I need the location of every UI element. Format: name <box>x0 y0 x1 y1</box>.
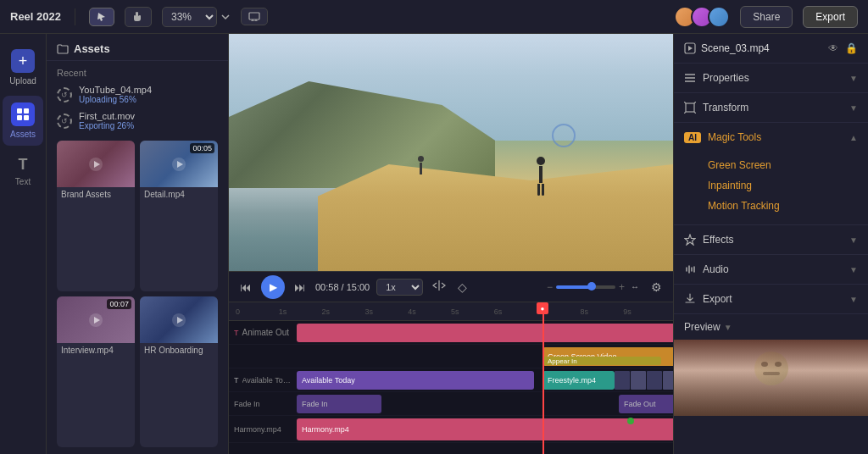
zoom-select[interactable]: 33%50%75%100% <box>162 7 217 27</box>
file-name: Scene_03.mp4 <box>701 42 770 54</box>
magic-tools-items: Green Screen Inpainting Motion Tracking <box>674 152 868 224</box>
clip-appear-in[interactable]: Appear In <box>542 357 661 365</box>
asset-grid: Brand Assets 00:05 Detail.mp4 00:07 Inte… <box>47 134 228 454</box>
asset-thumb-interview[interactable]: 00:07 Interview.mp4 <box>57 296 135 447</box>
center-panel: ⏮ ▶ ⏭ 00:58 / 15:00 1x0.5x2x ◇ − + ↔ <box>229 34 673 454</box>
svg-rect-2 <box>24 108 29 114</box>
track-fade: Fade In Fade In Fade Out <box>229 392 673 416</box>
track-available-today: T Available Today Available Today Freest… <box>229 368 673 392</box>
sidebar-item-upload[interactable]: + Upload <box>3 42 43 92</box>
recent-label: Recent <box>47 61 228 81</box>
effects-chevron: ▼ <box>849 235 858 245</box>
share-button[interactable]: Share <box>740 6 793 28</box>
folder-icon <box>57 43 69 55</box>
preview-face <box>674 340 868 416</box>
section-effects-header[interactable]: Effects ▼ <box>674 225 868 254</box>
clip-freestyle[interactable]: Freestyle.mp4 <box>542 371 615 390</box>
monitor-button[interactable] <box>241 8 268 25</box>
ruler-marks: 0 1s 2s 3s 4s 5s 6s 7s 8s 9s <box>236 307 666 316</box>
track-content-available-today[interactable]: Available Today Freestyle.mp4 <box>297 368 673 391</box>
magic-item-motion-tracking[interactable]: Motion Tracking <box>708 196 858 216</box>
track-content-animate-mp4[interactable]: Animate.mp4 <box>297 443 673 454</box>
assets-icon <box>11 102 35 126</box>
fit-button[interactable]: ↔ <box>628 280 642 294</box>
asset-label-brand: Brand Assets <box>57 187 135 202</box>
export-button[interactable]: Export <box>803 6 858 28</box>
time-display: 00:58 / 15:00 <box>315 282 370 292</box>
magic-tools-label: Magic Tools <box>708 131 761 143</box>
track-content-green-screen[interactable]: Green Screen Video Appear In <box>297 345 673 368</box>
timeline-tracks: T Animate Out Green Screen Video Appear … <box>229 321 673 454</box>
section-transform-header[interactable]: Transform ▼ <box>674 93 868 122</box>
preview-label[interactable]: Preview ▼ <box>674 314 868 340</box>
section-export-header[interactable]: Export ▼ <box>674 285 868 313</box>
asset-thumb-hr[interactable]: HR Onboarding <box>140 296 218 447</box>
track-green-screen: Green Screen Video Appear In <box>229 345 673 368</box>
avatar-3 <box>708 6 730 28</box>
skip-end-button[interactable]: ⏭ <box>292 278 309 296</box>
preview-thumbnail <box>674 340 868 416</box>
section-effects: Effects ▼ <box>674 225 868 255</box>
sidebar-item-assets[interactable]: Assets <box>3 96 43 146</box>
sidebar-item-assets-label: Assets <box>10 130 36 139</box>
scene-figure-2 <box>415 156 426 181</box>
zoom-in-icon[interactable]: + <box>619 281 625 293</box>
section-magic-tools-header[interactable]: AI Magic Tools ▲ <box>674 123 868 152</box>
zoom-control[interactable]: 33%50%75%100% <box>162 7 231 27</box>
asset-thumb-detail[interactable]: 00:05 Detail.mp4 <box>140 141 218 291</box>
clip-animate-out[interactable] <box>297 324 673 342</box>
play-button[interactable]: ▶ <box>261 275 285 299</box>
svg-rect-1 <box>17 108 22 114</box>
asset-label-hr: HR Onboarding <box>140 343 218 357</box>
settings-button[interactable]: ⚙ <box>648 278 665 296</box>
section-audio-header[interactable]: Audio ▼ <box>674 255 868 284</box>
collaborator-avatars <box>674 6 730 28</box>
upload-name-1: YouTube_04.mp4 <box>79 85 152 95</box>
pointer-tool-button[interactable] <box>89 8 114 26</box>
section-export: Export ▼ <box>674 285 868 314</box>
section-properties-header[interactable]: Properties ▼ <box>674 64 868 92</box>
hand-tool-button[interactable] <box>125 7 152 27</box>
clip-fade-in[interactable]: Fade In <box>297 395 381 413</box>
transform-chevron: ▼ <box>849 103 858 113</box>
zoom-out-icon[interactable]: − <box>547 281 553 293</box>
asset-thumb-img-hr <box>140 296 218 343</box>
track-content-animate-out[interactable] <box>297 321 673 344</box>
track-content-fade[interactable]: Fade In Fade Out <box>297 392 673 415</box>
clip-fade-out[interactable]: Fade Out <box>619 395 673 413</box>
assets-title: Assets <box>74 42 110 55</box>
track-label-fade: Fade In <box>229 400 297 408</box>
effects-icon <box>684 234 696 246</box>
asset-label-interview: Interview.mp4 <box>57 343 135 357</box>
scene-figure <box>533 157 548 195</box>
lock-icon[interactable]: 🔒 <box>845 42 858 54</box>
split-button[interactable] <box>430 277 448 296</box>
skip-start-button[interactable]: ⏮ <box>237 278 254 296</box>
properties-chevron: ▼ <box>849 74 858 83</box>
sidebar-item-text[interactable]: T Text <box>3 149 43 193</box>
chevron-down-icon <box>220 12 231 22</box>
asset-thumb-brand[interactable]: Brand Assets <box>57 141 135 291</box>
monitor-icon <box>248 12 260 21</box>
keyframe-button[interactable]: ◇ <box>455 278 470 296</box>
topbar: Reel 2022 33%50%75%100% Share Export <box>0 0 868 34</box>
track-content-harmony[interactable]: Harmony.mp4 <box>297 416 673 442</box>
export-label: Export <box>703 293 732 305</box>
scene-sand <box>318 164 673 271</box>
magic-item-green-screen[interactable]: Green Screen <box>708 155 858 175</box>
pointer-icon <box>97 12 107 22</box>
visibility-icon[interactable]: 👁 <box>828 42 838 54</box>
transform-icon <box>684 102 696 114</box>
clip-harmony[interactable]: Harmony.mp4 <box>297 418 673 440</box>
timeline-ruler: 0 1s 2s 3s 4s 5s 6s 7s 8s 9s ● <box>229 302 673 321</box>
speed-select[interactable]: 1x0.5x2x <box>376 279 423 296</box>
app-title: Reel 2022 <box>10 10 61 23</box>
right-panel: Scene_03.mp4 👁 🔒 Properties ▼ T <box>673 34 868 454</box>
clip-available-today[interactable]: Available Today <box>297 371 534 390</box>
upload-item-first-cut: ↺ First_cut.mov Exporting 26% <box>47 108 228 134</box>
zoom-slider[interactable] <box>556 285 615 289</box>
clip-thumbnails <box>615 371 673 390</box>
magic-item-inpainting[interactable]: Inpainting <box>708 175 858 196</box>
rp-file-header: Scene_03.mp4 👁 🔒 <box>674 34 868 64</box>
asset-thumb-img-brand <box>57 141 135 187</box>
